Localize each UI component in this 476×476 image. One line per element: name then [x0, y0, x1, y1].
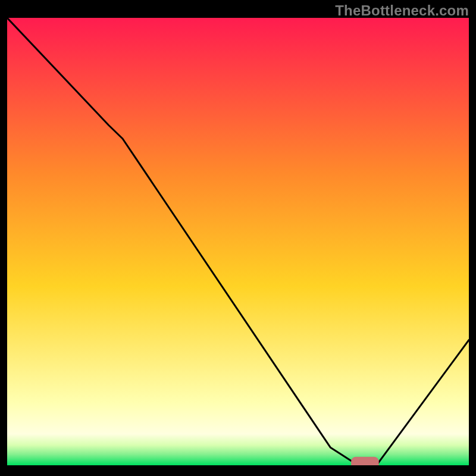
watermark-text: TheBottleneck.com [335, 2, 469, 19]
chart-frame [7, 18, 469, 465]
chart-background [7, 18, 469, 465]
optimal-range-marker [351, 457, 379, 465]
bottleneck-chart [7, 18, 469, 465]
